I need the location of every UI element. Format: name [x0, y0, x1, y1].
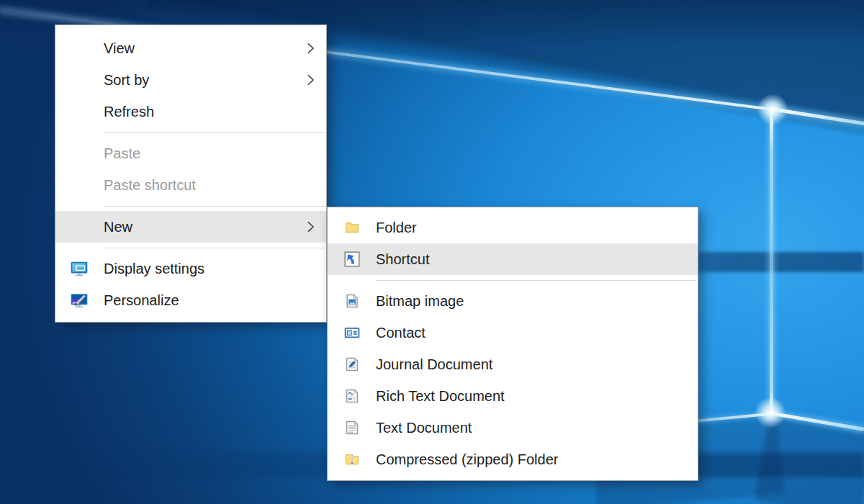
- menu-item-label: Paste shortcut: [104, 177, 196, 194]
- menu-item-paste-shortcut: Paste shortcut: [55, 169, 326, 201]
- menu-separator: [55, 243, 326, 253]
- menu-separator: [55, 201, 326, 211]
- submenu-item-shortcut[interactable]: Shortcut: [328, 243, 698, 275]
- wallpaper-beam-vertical: [770, 109, 773, 414]
- chevron-right-icon: [307, 74, 315, 86]
- submenu-item-journal-document[interactable]: Journal Document: [328, 348, 698, 380]
- journal-document-icon: [344, 356, 360, 372]
- menu-item-sort-by[interactable]: Sort by: [55, 64, 326, 96]
- submenu-item-bitmap-image[interactable]: Bitmap image: [328, 285, 698, 317]
- menu-item-new[interactable]: New: [55, 211, 326, 243]
- menu-item-label: Text Document: [376, 420, 472, 436]
- personalize-icon: [71, 292, 88, 308]
- contact-icon: [344, 325, 360, 341]
- menu-item-label: Rich Text Document: [376, 388, 505, 405]
- menu-item-view[interactable]: View: [55, 32, 326, 64]
- menu-item-label: New: [104, 219, 132, 235]
- menu-item-label: Personalize: [104, 292, 179, 309]
- menu-item-label: Shortcut: [376, 251, 429, 268]
- menu-item-label: Compressed (zipped) Folder: [376, 451, 558, 468]
- wallpaper-glow-bottom-vertex: [755, 397, 786, 428]
- submenu-item-rich-text-document[interactable]: Rich Text Document: [328, 380, 698, 412]
- submenu-item-compressed-zipped-folder[interactable]: Compressed (zipped) Folder: [328, 444, 698, 475]
- menu-item-paste: Paste: [55, 138, 326, 169]
- rich-text-document-icon: [344, 388, 360, 404]
- menu-item-label: Journal Document: [376, 356, 492, 373]
- new-submenu: Folder Shortcut Bitmap image: [327, 207, 698, 481]
- shortcut-icon: [344, 251, 360, 267]
- chevron-right-icon: [307, 42, 315, 55]
- wallpaper-beam-top-right: [771, 107, 864, 126]
- menu-item-label: Contact: [376, 325, 426, 341]
- desktop-context-menu: View Sort by Refresh Paste Paste shortcu…: [55, 24, 327, 323]
- desktop-wallpaper[interactable]: View Sort by Refresh Paste Paste shortcu…: [0, 0, 864, 504]
- menu-item-label: Folder: [376, 220, 417, 236]
- submenu-item-text-document[interactable]: Text Document: [328, 412, 698, 444]
- chevron-right-icon: [307, 221, 315, 233]
- menu-item-label: Bitmap image: [376, 293, 464, 310]
- menu-item-label: Refresh: [104, 104, 154, 120]
- menu-separator: [328, 275, 698, 285]
- submenu-item-contact[interactable]: Contact: [328, 317, 698, 348]
- wallpaper-shade-bottom-right: [755, 415, 864, 504]
- menu-item-personalize[interactable]: Personalize: [55, 284, 326, 316]
- bitmap-image-icon: [344, 293, 360, 309]
- menu-item-label: Paste: [104, 145, 140, 162]
- text-document-icon: [344, 420, 360, 436]
- display-settings-icon: [71, 261, 88, 276]
- zipped-folder-icon: [344, 451, 360, 467]
- menu-item-label: View: [104, 40, 135, 57]
- menu-item-refresh[interactable]: Refresh: [55, 96, 326, 127]
- menu-item-label: Display settings: [104, 261, 204, 277]
- folder-icon: [344, 220, 360, 235]
- wallpaper-beam-bottom-right: [769, 411, 864, 431]
- wallpaper-glow-top-vertex: [757, 94, 788, 125]
- menu-item-display-settings[interactable]: Display settings: [55, 253, 326, 284]
- submenu-item-folder[interactable]: Folder: [328, 212, 698, 243]
- menu-item-label: Sort by: [104, 72, 149, 89]
- menu-separator: [55, 127, 326, 138]
